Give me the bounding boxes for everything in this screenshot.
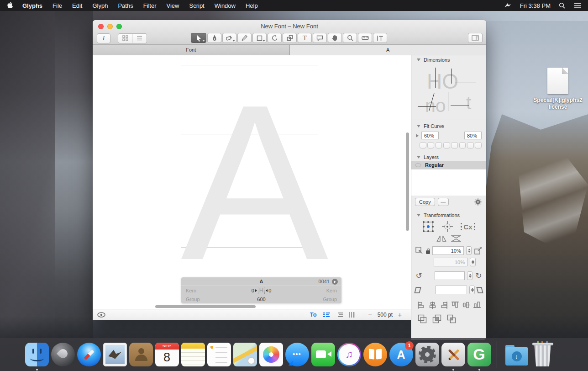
preview-eye-icon[interactable] — [97, 312, 105, 318]
design-app-dock-icon[interactable] — [440, 342, 466, 367]
layer-visibility-icon[interactable] — [415, 163, 421, 167]
fit-curve-step-button[interactable] — [420, 142, 426, 148]
menu-item-help[interactable]: Help — [246, 2, 258, 9]
menu-item-window[interactable]: Window — [215, 2, 236, 9]
rotate-tool[interactable] — [268, 33, 282, 43]
intersect-paths-icon[interactable] — [447, 314, 456, 323]
desktop-file-glyphs-license[interactable]: Special[K].glyphs2 license — [530, 68, 586, 111]
sidebar-toggle-button[interactable] — [468, 33, 483, 43]
layer-list-empty-area[interactable] — [411, 169, 486, 196]
photos-dock-icon[interactable] — [258, 342, 284, 367]
title-bar[interactable]: New Font – New Font — [93, 20, 486, 32]
menu-item-filter[interactable]: Filter — [143, 2, 157, 9]
finder-dock-icon[interactable] — [24, 342, 50, 367]
align-left-edges-icon[interactable] — [417, 302, 425, 309]
tab-font[interactable]: Font — [93, 45, 290, 55]
maps-dock-icon[interactable] — [232, 342, 258, 367]
glyphs-app-dock-icon[interactable]: G — [466, 342, 492, 367]
truetype-instructor-tool[interactable] — [373, 33, 387, 43]
fit-curve-step-button[interactable] — [467, 142, 474, 148]
transform-background-icon[interactable]: Cx — [461, 223, 475, 231]
rotate-angle-field[interactable] — [435, 271, 464, 280]
fit-curve-step-button[interactable] — [451, 142, 458, 148]
select-tool[interactable] — [191, 33, 206, 43]
menu-item-script[interactable]: Script — [189, 2, 205, 9]
glyph-width-value[interactable]: 600 — [181, 297, 341, 302]
safari-dock-icon[interactable] — [76, 342, 102, 367]
transform-origin-icon[interactable] — [422, 221, 434, 233]
features-toggle[interactable]: To — [310, 311, 317, 318]
skew-right-icon[interactable] — [476, 287, 483, 293]
menu-clock[interactable]: Fri 3:38 PM — [520, 2, 551, 9]
scale-horizontal-field[interactable]: 10% — [432, 246, 464, 255]
disclosure-triangle-icon[interactable] — [417, 214, 420, 217]
draw-pen-tool[interactable] — [207, 33, 221, 43]
erase-tool[interactable] — [222, 33, 236, 43]
menu-extra-hand-icon[interactable] — [504, 2, 512, 9]
disclosure-triangle-icon[interactable] — [417, 156, 420, 159]
align-right-edges-icon[interactable] — [440, 302, 448, 309]
pencil-tool[interactable] — [237, 33, 252, 43]
facetime-dock-icon[interactable] — [310, 342, 336, 367]
fit-curve-step-button[interactable] — [459, 142, 466, 148]
unicode-go-icon[interactable] — [332, 279, 338, 285]
left-sidebearing-value[interactable]: 0 — [252, 288, 254, 293]
menu-item-file[interactable]: File — [52, 2, 62, 9]
launchpad-dock-icon[interactable] — [50, 342, 76, 367]
fit-curve-max-field[interactable]: 80% — [464, 132, 482, 139]
align-top-edges-icon[interactable] — [452, 301, 459, 309]
list-view-button[interactable] — [132, 33, 147, 43]
measure-tool[interactable] — [358, 33, 372, 43]
fit-curve-step-button[interactable] — [443, 142, 450, 148]
fit-curve-min-field[interactable]: 60% — [421, 132, 439, 139]
mirror-horizontal-icon[interactable] — [436, 235, 446, 242]
scale-up-icon[interactable] — [474, 246, 483, 255]
scale-tool[interactable] — [283, 33, 297, 43]
layer-gear-icon[interactable] — [474, 198, 482, 206]
trash-dock-icon[interactable] — [530, 342, 556, 367]
scale-horizontal-stepper[interactable] — [466, 246, 472, 255]
fit-curve-step-button[interactable] — [475, 142, 482, 148]
skew-stepper[interactable] — [469, 286, 475, 294]
fit-curve-header[interactable]: Fit Curve — [411, 122, 486, 130]
itunes-dock-icon[interactable]: ♫ — [336, 342, 362, 367]
skew-left-icon[interactable] — [414, 287, 421, 293]
reminders-dock-icon[interactable] — [206, 342, 232, 367]
columns-icon[interactable] — [349, 312, 355, 318]
menu-item-glyphs[interactable]: Glyphs — [22, 2, 42, 9]
hand-tool[interactable] — [328, 33, 342, 43]
glyph-placeholder-a[interactable]: A — [181, 72, 318, 293]
rotate-stepper[interactable] — [467, 271, 472, 280]
remove-layer-button[interactable]: — — [438, 198, 449, 206]
scale-lock-icon[interactable] — [426, 250, 430, 254]
transformations-header[interactable]: Transformations — [411, 211, 486, 219]
copy-layer-button[interactable]: Copy — [415, 198, 435, 206]
subtract-paths-icon[interactable] — [432, 314, 441, 323]
zoom-in-button[interactable]: + — [395, 311, 404, 318]
right-sidebearing-value[interactable]: 0 — [268, 288, 271, 293]
downloads-folder-dock-icon[interactable]: ↓ — [504, 342, 530, 367]
layers-header[interactable]: Layers — [411, 153, 486, 161]
scale-down-icon[interactable] — [415, 246, 424, 255]
scale-vertical-field[interactable]: 10% — [434, 258, 467, 266]
zoom-tool[interactable] — [343, 33, 357, 43]
union-paths-icon[interactable] — [418, 314, 427, 323]
app-store-dock-icon[interactable]: A 1 — [388, 342, 414, 367]
edit-canvas[interactable]: A A 0041 Kern 0 H 0 Kern Grou — [93, 55, 411, 309]
dimensions-header[interactable]: Dimensions — [411, 55, 486, 64]
align-right-icon[interactable] — [336, 312, 343, 318]
fit-curve-expand-icon[interactable] — [416, 134, 419, 138]
mirror-vertical-icon[interactable] — [451, 235, 461, 242]
text-tool[interactable]: T — [298, 33, 312, 43]
scale-vertical-stepper[interactable] — [470, 258, 476, 266]
layer-row-regular[interactable]: Regular — [411, 161, 486, 169]
contacts-dock-icon[interactable] — [128, 342, 154, 367]
disclosure-triangle-icon[interactable] — [417, 58, 420, 61]
calendar-dock-icon[interactable]: SEP 8 — [154, 342, 180, 367]
align-bottom-edges-icon[interactable] — [473, 301, 481, 309]
fit-curve-step-button[interactable] — [436, 142, 442, 148]
horizontal-scrollbar[interactable] — [155, 305, 256, 308]
ibooks-dock-icon[interactable] — [362, 342, 388, 367]
tab-glyph-a[interactable]: A — [290, 45, 487, 55]
system-preferences-dock-icon[interactable] — [414, 342, 440, 367]
